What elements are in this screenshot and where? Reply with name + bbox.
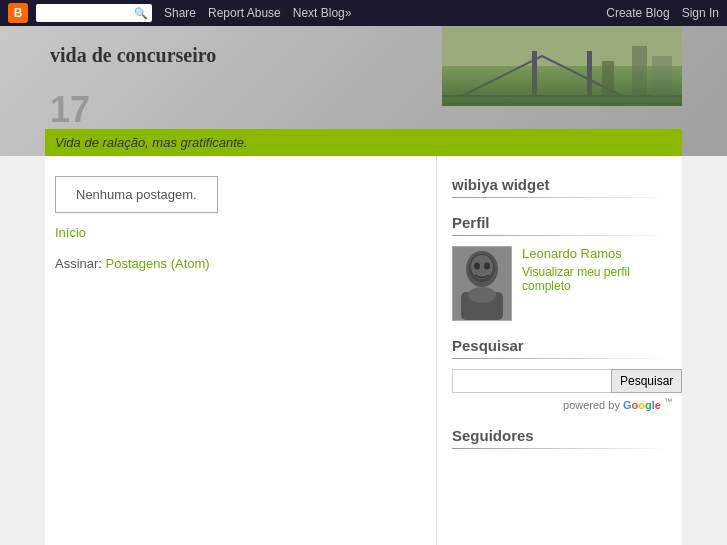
pesquisar-input[interactable] bbox=[452, 369, 611, 393]
svg-point-16 bbox=[474, 263, 480, 270]
header-number-decor: 17 bbox=[50, 89, 90, 131]
search-icon: 🔍 bbox=[134, 7, 148, 20]
content-area: Nenhuma postagem. Início Assinar: Postag… bbox=[45, 156, 437, 545]
seguidores-title: Seguidores bbox=[452, 427, 672, 444]
seguidores-section: Seguidores bbox=[452, 427, 672, 449]
wibiya-divider bbox=[452, 197, 672, 198]
share-link[interactable]: Share bbox=[164, 6, 196, 20]
navbar: B 🔍 Share Report Abuse Next Blog» Create… bbox=[0, 0, 727, 26]
svg-rect-1 bbox=[442, 66, 682, 106]
next-blog-link[interactable]: Next Blog» bbox=[293, 6, 352, 20]
assinar-label: Assinar: bbox=[55, 256, 102, 271]
svg-rect-4 bbox=[532, 51, 537, 96]
wibiya-section: wibiya widget bbox=[452, 176, 672, 198]
pesquisar-button[interactable]: Pesquisar bbox=[611, 369, 682, 393]
blogger-icon: B bbox=[8, 3, 28, 23]
perfil-title: Perfil bbox=[452, 214, 672, 231]
nav-links: Share Report Abuse Next Blog» bbox=[164, 6, 351, 20]
wibiya-title: wibiya widget bbox=[452, 176, 672, 193]
assinar-line: Assinar: Postagens (Atom) bbox=[55, 256, 416, 271]
assinar-postagens-link[interactable]: Postagens (Atom) bbox=[106, 256, 210, 271]
sign-in-link[interactable]: Sign In bbox=[682, 6, 719, 20]
svg-rect-8 bbox=[652, 56, 672, 96]
report-abuse-link[interactable]: Report Abuse bbox=[208, 6, 281, 20]
create-blog-link[interactable]: Create Blog bbox=[606, 6, 669, 20]
svg-point-17 bbox=[484, 263, 490, 270]
inicio-link[interactable]: Início bbox=[55, 225, 416, 240]
search-input[interactable] bbox=[40, 7, 130, 19]
blog-header: 17 vida de concurseiro Vida de ralação, … bbox=[0, 26, 727, 156]
svg-point-15 bbox=[468, 287, 496, 303]
google-logo: Google bbox=[623, 399, 664, 411]
search-box: 🔍 bbox=[36, 4, 152, 22]
svg-rect-5 bbox=[587, 51, 592, 96]
main-layout: Nenhuma postagem. Início Assinar: Postag… bbox=[45, 156, 682, 545]
seguidores-divider bbox=[452, 448, 672, 449]
perfil-name-link[interactable]: Leonardo Ramos bbox=[522, 246, 672, 261]
perfil-info: Leonardo Ramos Visualizar meu perfil com… bbox=[522, 246, 672, 293]
perfil-view-link[interactable]: Visualizar meu perfil completo bbox=[522, 265, 672, 293]
blog-title: vida de concurseiro bbox=[50, 44, 216, 67]
nav-right: Create Blog Sign In bbox=[606, 6, 719, 20]
svg-rect-7 bbox=[632, 46, 647, 96]
sidebar: wibiya widget Perfil bbox=[437, 156, 682, 545]
powered-by: powered by Google ™ bbox=[452, 397, 672, 411]
pesquisar-row: Pesquisar bbox=[452, 369, 672, 393]
perfil-content: Leonardo Ramos Visualizar meu perfil com… bbox=[452, 246, 672, 321]
pesquisar-section: Pesquisar Pesquisar powered by Google ™ bbox=[452, 337, 672, 411]
pesquisar-divider bbox=[452, 358, 672, 359]
no-posts-box: Nenhuma postagem. bbox=[55, 176, 218, 213]
perfil-photo bbox=[452, 246, 512, 321]
blog-subtitle: Vida de ralação, mas gratificante. bbox=[45, 129, 682, 156]
perfil-divider bbox=[452, 235, 672, 236]
header-city-image bbox=[442, 26, 682, 106]
perfil-section: Perfil bbox=[452, 214, 672, 321]
svg-rect-9 bbox=[602, 61, 614, 96]
pesquisar-title: Pesquisar bbox=[452, 337, 672, 354]
svg-rect-0 bbox=[442, 26, 682, 106]
